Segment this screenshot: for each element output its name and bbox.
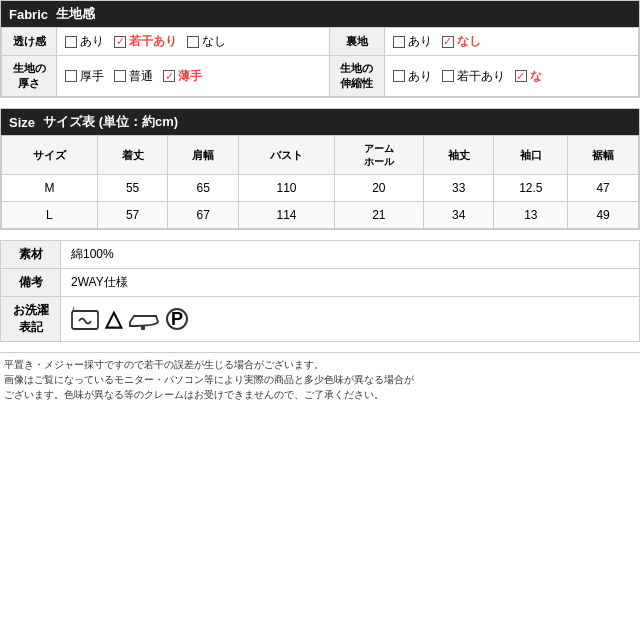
checkbox-box-3b (442, 70, 454, 82)
checkbox-label-1b: 若干あり (129, 33, 177, 50)
size-subtitle: サイズ表 (単位：約cm) (43, 113, 178, 131)
size-table-header-row: サイズ 着丈 肩幅 バスト アームホール 袖丈 袖口 裾幅 (2, 136, 639, 175)
katake-L: 57 (97, 202, 168, 229)
fabric-options-lining: あり ✓ なし (384, 28, 638, 56)
fabric-subtitle: 生地感 (56, 5, 95, 23)
checkbox-stretch-ari: あり (393, 68, 432, 85)
katahaba-L: 67 (168, 202, 239, 229)
checkbox-stretch-wakakan: 若干あり (442, 68, 505, 85)
fabric-options-1: あり ✓ 若干あり なし (57, 28, 330, 56)
svg-text:𝐿: 𝐿 (71, 307, 78, 313)
checkbox-lining-nashi: ✓ なし (442, 33, 481, 50)
bust-L: 114 (239, 202, 335, 229)
checkbox-usude: ✓ 薄手 (163, 68, 202, 85)
checkbox-label-lining-a: あり (408, 33, 432, 50)
armhole-L: 21 (334, 202, 423, 229)
sodeguchi-L: 13 (494, 202, 568, 229)
katake-M: 55 (97, 175, 168, 202)
note-line-1: 平置き・メジャー採寸ですので若干の誤差が生じる場合がございます。 (4, 357, 636, 372)
checkbox-box-1a (65, 36, 77, 48)
fabric-options-stretch: あり 若干あり ✓ な (384, 56, 638, 97)
checkbox-label-lining-b: なし (457, 33, 481, 50)
bust-M: 110 (239, 175, 335, 202)
checkbox-box-3c: ✓ (515, 70, 527, 82)
info-laundry-row: お洗濯表記 𝐿 △ (1, 297, 640, 342)
fabric-title: Fabric (9, 7, 48, 22)
size-section: Size サイズ表 (単位：約cm) サイズ 着丈 肩幅 バスト アームホール … (0, 108, 640, 230)
col-bust: バスト (239, 136, 335, 175)
fabric-row-1: 透け感 あり ✓ 若干あり なし (2, 28, 639, 56)
col-katahaba: 肩幅 (168, 136, 239, 175)
sodedake-M: 33 (423, 175, 494, 202)
checkbox-stretch-nashi: ✓ な (515, 68, 542, 85)
checkbox-label-3c: な (530, 68, 542, 85)
laundry-label: お洗濯表記 (1, 297, 61, 342)
col-armhole: アームホール (334, 136, 423, 175)
checkbox-label-1a: あり (80, 33, 104, 50)
fabric-options-2: 厚手 普通 ✓ 薄手 (57, 56, 330, 97)
armhole-M: 20 (334, 175, 423, 202)
col-size: サイズ (2, 136, 98, 175)
col-katake: 着丈 (97, 136, 168, 175)
checkbox-lining-ari: あり (393, 33, 432, 50)
checkbox-box-3a (393, 70, 405, 82)
checkbox-label-3a: あり (408, 68, 432, 85)
laundry-drycan: P (166, 308, 188, 330)
size-title: Size (9, 115, 35, 130)
col-sodeguchi: 袖口 (494, 136, 568, 175)
fabric-label-1: 透け感 (2, 28, 57, 56)
size-table: サイズ 着丈 肩幅 バスト アームホール 袖丈 袖口 裾幅 M 55 65 11… (1, 135, 639, 229)
checkbox-label-3b: 若干あり (457, 68, 505, 85)
size-row-L: L 57 67 114 21 34 13 49 (2, 202, 639, 229)
checkbox-futsuu: 普通 (114, 68, 153, 85)
checkbox-box-2a (65, 70, 77, 82)
checkbox-nashi-1: なし (187, 33, 226, 50)
susuhaba-M: 47 (568, 175, 639, 202)
note-line-3: ございます。色味が異なる等のクレームはお受けできませんので、ご了承ください。 (4, 387, 636, 402)
checkbox-box-lining-b: ✓ (442, 36, 454, 48)
info-material-row: 素材 綿100% (1, 241, 640, 269)
note-label: 備考 (1, 269, 61, 297)
checkbox-box-1b: ✓ (114, 36, 126, 48)
katahaba-M: 65 (168, 175, 239, 202)
checkbox-label-2a: 厚手 (80, 68, 104, 85)
checkbox-wakakan-1: ✓ 若干あり (114, 33, 177, 50)
col-sodedake: 袖丈 (423, 136, 494, 175)
sodedake-L: 34 (423, 202, 494, 229)
material-value: 綿100% (61, 241, 640, 269)
laundry-symbols: 𝐿 △ P (71, 306, 629, 332)
checkbox-atsude: 厚手 (65, 68, 104, 85)
size-L: L (2, 202, 98, 229)
checkbox-ari-1: あり (65, 33, 104, 50)
laundry-iron (128, 308, 160, 330)
size-row-M: M 55 65 110 20 33 12.5 47 (2, 175, 639, 202)
laundry-handwash: 𝐿 (71, 307, 99, 331)
fabric-label-stretch: 生地の伸縮性 (329, 56, 384, 97)
size-header: Size サイズ表 (単位：約cm) (1, 109, 639, 135)
fabric-row-2: 生地の厚さ 厚手 普通 ✓ 薄手 (2, 56, 639, 97)
checkbox-label-2c: 薄手 (178, 68, 202, 85)
material-label: 素材 (1, 241, 61, 269)
fabric-label-lining: 裏地 (329, 28, 384, 56)
notes-section: 平置き・メジャー採寸ですので若干の誤差が生じる場合がございます。 画像はご覧にな… (0, 352, 640, 406)
checkbox-label-1c: なし (202, 33, 226, 50)
fabric-label-2: 生地の厚さ (2, 56, 57, 97)
col-susuhaba: 裾幅 (568, 136, 639, 175)
size-M: M (2, 175, 98, 202)
fabric-section: Fabric 生地感 透け感 あり ✓ 若干あり (0, 0, 640, 98)
checkbox-box-2b (114, 70, 126, 82)
susuhaba-L: 49 (568, 202, 639, 229)
sodeguchi-M: 12.5 (494, 175, 568, 202)
info-table: 素材 綿100% 備考 2WAY仕様 お洗濯表記 𝐿 (0, 240, 640, 342)
fabric-header: Fabric 生地感 (1, 1, 639, 27)
laundry-value: 𝐿 △ P (61, 297, 640, 342)
checkbox-box-1c (187, 36, 199, 48)
note-line-2: 画像はご覧になっているモニター・パソコン等により実際の商品と多少色味が異なる場合… (4, 372, 636, 387)
laundry-bleach: △ (105, 306, 122, 332)
fabric-table: 透け感 あり ✓ 若干あり なし (1, 27, 639, 97)
note-value: 2WAY仕様 (61, 269, 640, 297)
checkbox-box-2c: ✓ (163, 70, 175, 82)
checkbox-box-lining-a (393, 36, 405, 48)
checkbox-label-2b: 普通 (129, 68, 153, 85)
info-note-row: 備考 2WAY仕様 (1, 269, 640, 297)
